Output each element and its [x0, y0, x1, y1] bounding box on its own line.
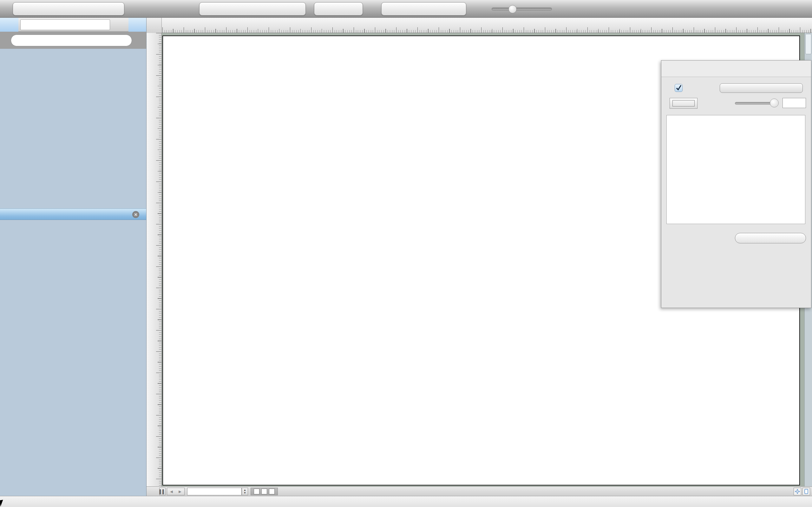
shape-list	[0, 222, 146, 496]
toolbar-group-view-tools	[381, 2, 466, 15]
zoom-slider-knob[interactable]	[508, 5, 517, 13]
toolbar-group-shape-edit	[314, 2, 363, 15]
fill-section-body	[661, 77, 811, 255]
zoom-control	[489, 3, 587, 15]
library-tree-button[interactable]	[0, 18, 18, 32]
zoom-slider[interactable]	[492, 8, 552, 10]
library-list	[0, 49, 146, 209]
library-grid-button[interactable]	[112, 18, 129, 32]
fill-tab-bar	[661, 60, 811, 77]
status-bar	[0, 496, 812, 507]
library-path-field[interactable]	[20, 19, 110, 30]
palette-header[interactable]: ✕	[0, 209, 146, 220]
library-search-button[interactable]	[129, 18, 146, 32]
app-window: ✕ ▌▌ ◀▶ ▲▼	[0, 0, 812, 507]
current-color-well[interactable]	[670, 98, 698, 109]
color-palette-box	[666, 115, 805, 224]
library-panel: ✕	[0, 18, 147, 496]
close-icon[interactable]: ✕	[132, 211, 139, 218]
opacity-slider[interactable]	[735, 102, 774, 105]
load-color-palette-button[interactable]	[735, 233, 806, 243]
search-input[interactable]	[11, 35, 132, 46]
toolbar-group-select-draw	[13, 2, 124, 15]
opacity-slider-knob[interactable]	[770, 99, 779, 107]
search-bar	[0, 32, 146, 49]
inspector-panel	[661, 60, 811, 308]
toolbar-group-lines	[199, 2, 306, 15]
library-panel-header	[0, 18, 146, 32]
fill-checkbox[interactable]	[675, 84, 682, 92]
main-toolbar	[0, 0, 812, 18]
opacity-value-field[interactable]	[782, 98, 806, 108]
fill-style-segments	[720, 83, 803, 93]
